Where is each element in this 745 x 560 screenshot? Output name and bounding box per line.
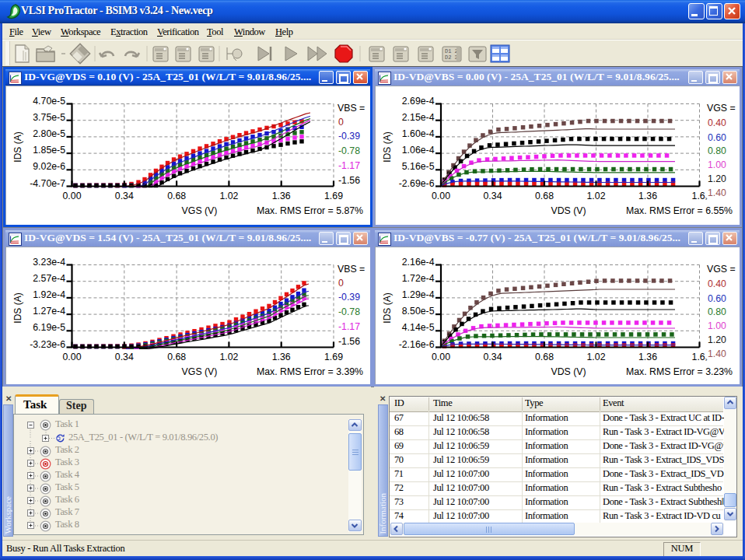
svg-text:D1 2: D1 2 [445, 48, 458, 54]
svg-text:-0.78: -0.78 [338, 306, 360, 317]
svg-text:6.19e-5: 6.19e-5 [33, 322, 65, 333]
svg-text:5.16e-5: 5.16e-5 [402, 161, 435, 172]
svg-text:Max. RMS Error = 5.87%: Max. RMS Error = 5.87% [257, 205, 363, 216]
svg-text:VGS (V): VGS (V) [182, 205, 218, 216]
svg-text:-3.23e-6: -3.23e-6 [30, 339, 65, 350]
svg-text:2.69e-4: 2.69e-4 [402, 96, 435, 107]
svg-text:0.68: 0.68 [535, 352, 554, 362]
svg-text:4.14e-5: 4.14e-5 [402, 322, 435, 333]
svg-text:1.60e-4: 1.60e-4 [402, 128, 435, 139]
svg-text:IDS (A): IDS (A) [382, 131, 393, 162]
svg-text:1.00: 1.00 [708, 159, 726, 170]
svg-text:-0.78: -0.78 [338, 145, 360, 156]
svg-text:2.80e-5: 2.80e-5 [33, 128, 65, 139]
svg-text:0.80: 0.80 [708, 145, 726, 156]
svg-text:1.6›: 1.6› [692, 352, 708, 363]
svg-text:0.34: 0.34 [115, 352, 134, 362]
svg-text:0.34: 0.34 [484, 191, 502, 201]
svg-text:1.20: 1.20 [708, 173, 726, 184]
svg-text:IDS (A): IDS (A) [12, 292, 23, 323]
svg-text:0.68: 0.68 [167, 352, 186, 362]
svg-text:0: 0 [338, 117, 344, 128]
svg-text:0: 0 [338, 278, 344, 289]
svg-text:IDS (A): IDS (A) [12, 131, 23, 162]
svg-text:1.6›: 1.6› [692, 191, 708, 202]
svg-text:1.36: 1.36 [272, 352, 291, 362]
svg-text:1.40: 1.40 [708, 187, 726, 198]
svg-text:VBS =: VBS = [338, 264, 365, 275]
svg-text:2.15e-4: 2.15e-4 [402, 112, 435, 123]
svg-text:1.02: 1.02 [587, 191, 606, 201]
svg-text:3.23e-4: 3.23e-4 [33, 257, 65, 268]
svg-text:0.68: 0.68 [167, 191, 186, 201]
svg-text:0.60: 0.60 [708, 293, 726, 304]
svg-text:0.80: 0.80 [708, 306, 726, 317]
svg-text:1.40: 1.40 [708, 348, 726, 359]
svg-text:VGS =: VGS = [707, 264, 736, 275]
svg-text:3.75e-5: 3.75e-5 [33, 112, 65, 123]
svg-text:VBS =: VBS = [338, 103, 365, 114]
svg-text:-1.56: -1.56 [338, 175, 360, 186]
svg-text:0.60: 0.60 [708, 132, 726, 143]
svg-text:IDS (A): IDS (A) [382, 292, 393, 323]
svg-text:1.85e-5: 1.85e-5 [33, 145, 65, 156]
svg-text:1.27e-4: 1.27e-4 [33, 306, 65, 317]
svg-text:0.34: 0.34 [484, 352, 502, 362]
svg-text:VGS =: VGS = [707, 103, 736, 114]
svg-text:-1.56: -1.56 [338, 336, 360, 347]
svg-text:-2.16e-6: -2.16e-6 [399, 339, 435, 350]
svg-text:-0.39: -0.39 [338, 131, 360, 142]
svg-text:1.29e-4: 1.29e-4 [402, 289, 435, 300]
svg-text:0.40: 0.40 [708, 117, 726, 128]
svg-text:Max. RMS Error = 3.39%: Max. RMS Error = 3.39% [257, 366, 363, 377]
svg-text:1.02: 1.02 [219, 191, 238, 201]
svg-text:9.02e-6: 9.02e-6 [33, 161, 65, 172]
svg-text:1.02: 1.02 [219, 352, 238, 362]
svg-text:1.69: 1.69 [324, 352, 343, 362]
svg-text:1.72e-4: 1.72e-4 [402, 273, 435, 284]
svg-text:1.36: 1.36 [638, 191, 657, 201]
svg-text:-0.39: -0.39 [338, 292, 360, 303]
svg-text:2.16e-4: 2.16e-4 [402, 257, 435, 268]
svg-text:D2 3: D2 3 [445, 54, 458, 61]
svg-text:1.20: 1.20 [708, 334, 726, 345]
svg-text:-1.17: -1.17 [338, 160, 360, 171]
svg-text:-1.17: -1.17 [338, 321, 360, 332]
svg-text:0.34: 0.34 [115, 191, 134, 201]
svg-text:VDS (V): VDS (V) [551, 205, 586, 216]
svg-text:0.00: 0.00 [432, 352, 450, 362]
svg-text:1.06e-4: 1.06e-4 [402, 145, 435, 156]
svg-text:2.57e-4: 2.57e-4 [33, 273, 65, 284]
svg-text:Max. RMS Error = 3.23%: Max. RMS Error = 3.23% [626, 366, 733, 377]
svg-text:-2.69e-6: -2.69e-6 [399, 178, 435, 189]
svg-text:0.00: 0.00 [63, 352, 82, 362]
svg-text:1.36: 1.36 [272, 191, 291, 201]
svg-text:4.70e-5: 4.70e-5 [33, 96, 65, 107]
svg-text:1.92e-4: 1.92e-4 [33, 289, 65, 300]
svg-text:-4.70e-7: -4.70e-7 [30, 178, 65, 189]
svg-text:Max. RMS Error = 6.55%: Max. RMS Error = 6.55% [626, 205, 733, 216]
svg-text:VDS (V): VDS (V) [551, 366, 586, 377]
svg-text:VGS (V): VGS (V) [182, 366, 218, 377]
svg-text:0.40: 0.40 [708, 278, 726, 289]
svg-text:1.69: 1.69 [324, 191, 343, 201]
svg-text:1.00: 1.00 [708, 320, 726, 331]
svg-text:1.36: 1.36 [638, 352, 657, 362]
svg-text:8.50e-5: 8.50e-5 [402, 306, 435, 317]
svg-text:0.00: 0.00 [63, 191, 82, 201]
svg-text:0.00: 0.00 [432, 191, 450, 201]
svg-text:1.02: 1.02 [587, 352, 606, 362]
svg-text:0.68: 0.68 [535, 191, 554, 201]
